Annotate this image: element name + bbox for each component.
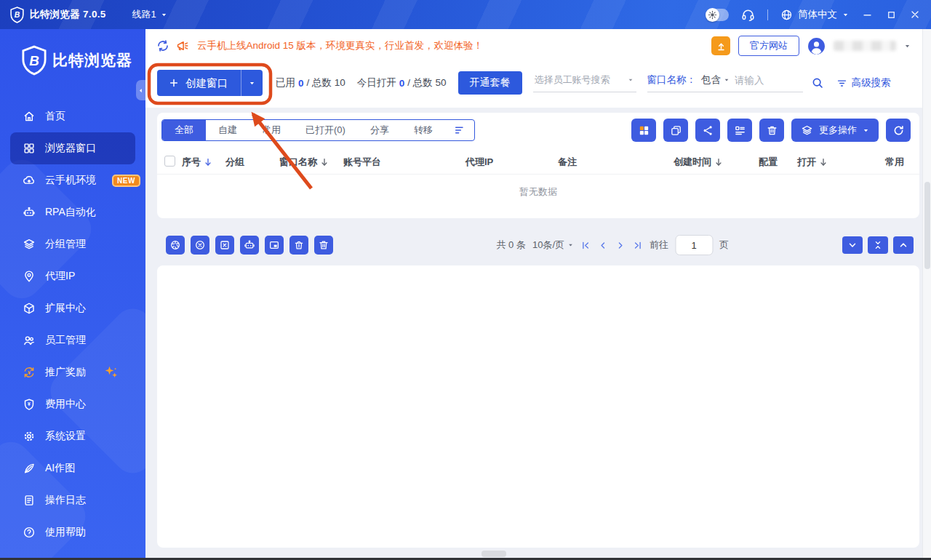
globe-icon [780,9,793,21]
tab-all[interactable]: 全部 [162,120,206,140]
avatar-icon[interactable] [807,37,826,55]
sidebar-item-rpa[interactable]: RPA自动化 [0,196,145,228]
collapse-left-icon [137,87,144,94]
close-all-button[interactable] [191,236,209,255]
employee-search-select[interactable]: 选择员工账号搜索 [533,73,636,92]
close-window-button[interactable] [215,236,234,255]
window-name-label: 窗口名称： [647,73,697,87]
sidebar-item-groups[interactable]: 分组管理 [0,228,145,260]
sidebar-item-staff[interactable]: 员工管理 [0,324,145,356]
aperture-button[interactable] [166,236,185,255]
sidebar-collapse-handle[interactable] [136,80,145,100]
view-grid-button[interactable] [631,119,656,142]
tab-opened[interactable]: 已打开(0) [293,120,358,140]
next-page-icon [615,240,626,251]
sidebar-item-home[interactable]: 首页 [0,100,145,132]
last-page-button[interactable] [632,240,643,251]
tab-self-built[interactable]: 自建 [206,120,249,140]
sidebar-item-settings[interactable]: 系统设置 [0,420,145,452]
line-selector[interactable]: 线路1 [132,8,167,21]
close-button[interactable] [909,9,921,20]
plus-icon [169,78,179,88]
refresh-notice-icon[interactable] [156,39,169,52]
language-selector[interactable]: 简体中文 [780,8,849,21]
minimize-button[interactable] [861,9,874,21]
recycle-button[interactable] [289,236,308,255]
detail-list-button[interactable] [727,119,752,142]
col-header-created[interactable]: 创建时间 [674,156,724,169]
window-name-input[interactable] [735,75,803,86]
window-icon [268,239,280,251]
first-page-button[interactable] [580,240,591,251]
create-window-dropdown[interactable] [241,70,263,96]
sidebar-item-label: 首页 [45,110,65,123]
more-actions-button[interactable]: 更多操作 [791,119,879,142]
sidebar-item-referral[interactable]: 推广奖励 [0,356,145,388]
sidebar-item-extensions[interactable]: 扩展中心 [0,292,145,324]
today-open-value: 0 [399,78,405,89]
sidebar-item-logs[interactable]: 操作日志 [0,484,145,516]
delete-button[interactable] [314,236,333,255]
refresh-list-button[interactable] [886,119,911,142]
sidebar-item-browser-windows[interactable]: 浏览器窗口 [10,132,135,164]
sidebar-item-ai-draw[interactable]: AI作图 [0,452,145,484]
sidebar-item-billing[interactable]: 费用中心 [0,388,145,420]
select-all-checkbox[interactable] [164,156,175,167]
advanced-search-button[interactable]: 高级搜索 [836,76,891,89]
upgrade-button[interactable] [711,36,730,55]
chevron-down-icon[interactable] [904,43,911,49]
sidebar-item-help[interactable]: 使用帮助 [0,516,145,548]
notice-bar: 云手机上线Android 15 版本，环境更真实，行业首发，欢迎体验！ 官方网站 [145,29,922,63]
sidebar-item-proxy-ip[interactable]: 代理IP [0,260,145,292]
refresh-icon [892,124,905,137]
sidebar-item-label: 操作日志 [45,494,86,507]
grid-icon [23,142,36,155]
create-window-button[interactable]: 创建窗口 [157,70,263,96]
expand-down-button[interactable] [842,236,863,254]
col-header-seq[interactable]: 序号 [182,156,213,169]
expand-up-button[interactable] [893,236,914,254]
tab-transfer[interactable]: 转移 [401,120,445,140]
col-header-frequent: 常用 [885,156,904,169]
upload-arrow-icon [716,41,727,52]
sort-down-icon [714,157,724,167]
window-layout-button[interactable] [265,236,284,255]
brand-name: 比特浏览器 [52,50,132,71]
gear-icon [23,430,36,443]
match-mode-select[interactable]: 包含 [701,73,730,87]
next-page-button[interactable] [615,240,626,251]
layers-icon [23,238,36,251]
support-headset-icon[interactable] [741,8,755,22]
col-header-group: 分组 [225,156,244,169]
sidebar-item-label: 云手机环境 [45,174,96,187]
page-size-select[interactable]: 10条/页 [532,239,573,252]
share-button[interactable] [695,119,720,142]
vertical-scrollbar-thumb[interactable] [924,182,930,269]
tab-frequent[interactable]: 常用 [249,120,293,140]
vertical-scrollbar-track[interactable] [922,29,931,560]
tab-sort-button[interactable] [445,120,474,140]
sidebar-item-cloud-phone[interactable]: 云手机环境 NEW [0,164,145,196]
maximize-button[interactable] [886,9,897,20]
col-header-window-name[interactable]: 窗口名称 [279,156,329,169]
search-icon[interactable] [811,76,824,89]
col-header-open[interactable]: 打开 [797,156,828,169]
open-plan-button[interactable]: 开通套餐 [458,71,522,95]
rpa-robot-button[interactable] [240,236,259,255]
horizontal-scrollbar[interactable] [482,551,506,557]
official-site-button[interactable]: 官方网站 [738,36,799,56]
batch-open-button[interactable] [663,119,688,142]
theme-toggle[interactable] [706,9,729,21]
tab-share[interactable]: 分享 [358,120,401,140]
advanced-search-label: 高级搜索 [852,76,891,89]
prev-page-button[interactable] [597,240,608,251]
username-masked[interactable] [834,41,896,51]
employee-search-placeholder: 选择员工账号搜索 [535,73,610,87]
chevron-down-icon [161,12,167,18]
last-page-icon [632,240,643,251]
used-label: 已用 [276,76,295,89]
collapse-panel-button[interactable] [868,236,888,254]
create-window-main[interactable]: 创建窗口 [157,70,241,96]
recycle-bin-button[interactable] [759,119,784,142]
page-input[interactable] [675,235,713,255]
